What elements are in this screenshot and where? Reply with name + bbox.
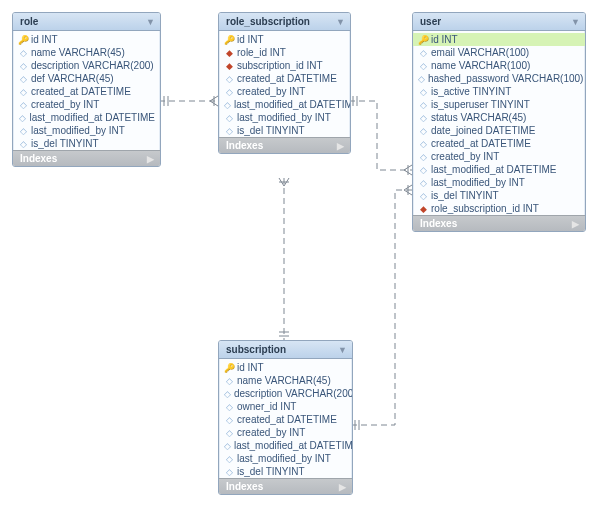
entity-role-subscription[interactable]: role_subscription ▼ 🔑id INT◆role_id INT◆… xyxy=(218,12,351,154)
collapse-icon[interactable]: ▼ xyxy=(336,17,345,27)
collapse-icon[interactable]: ▼ xyxy=(338,345,347,355)
column-row[interactable]: ◇status VARCHAR(45) xyxy=(413,111,585,124)
entity-subscription[interactable]: subscription ▼ 🔑id INT◇name VARCHAR(45)◇… xyxy=(218,340,353,495)
column-text: last_modified_at DATETIME xyxy=(431,164,556,175)
indexes-section[interactable]: Indexes ▶ xyxy=(413,215,585,231)
column-row[interactable]: ◇is_del TINYINT xyxy=(219,465,352,478)
indexes-label: Indexes xyxy=(226,140,263,151)
column-text: last_modified_by INT xyxy=(431,177,525,188)
column-row[interactable]: ◇name VARCHAR(45) xyxy=(219,374,352,387)
column-row[interactable]: ◇created_at DATETIME xyxy=(219,72,350,85)
collapse-icon[interactable]: ▼ xyxy=(571,17,580,27)
column-row[interactable]: ◆role_id INT xyxy=(219,46,350,59)
column-row[interactable]: ◇owner_id INT xyxy=(219,400,352,413)
column-row[interactable]: 🔑id INT xyxy=(13,33,160,46)
column-icon: ◇ xyxy=(224,454,234,464)
column-icon: ◇ xyxy=(224,441,231,451)
column-row[interactable]: 🔑id INT xyxy=(413,33,585,46)
foreign-key-icon: ◆ xyxy=(224,48,234,58)
column-text: is_del TINYINT xyxy=(431,190,499,201)
column-icon: ◇ xyxy=(224,113,234,123)
indexes-section[interactable]: Indexes ▶ xyxy=(219,137,350,153)
column-text: hashed_password VARCHAR(100) xyxy=(428,73,583,84)
entity-title-text: subscription xyxy=(226,344,286,355)
column-row[interactable]: ◇last_modified_by INT xyxy=(219,111,350,124)
column-row[interactable]: ◇is_superuser TINYINT xyxy=(413,98,585,111)
expand-icon[interactable]: ▶ xyxy=(572,219,579,229)
column-row[interactable]: ◇last_modified_at DATETIME xyxy=(219,98,350,111)
column-row[interactable]: ◇description VARCHAR(200) xyxy=(219,387,352,400)
primary-key-icon: 🔑 xyxy=(18,35,28,45)
column-row[interactable]: ◇last_modified_by INT xyxy=(219,452,352,465)
entity-title[interactable]: user ▼ xyxy=(413,13,585,31)
column-row[interactable]: 🔑id INT xyxy=(219,361,352,374)
column-row[interactable]: ◇is_del TINYINT xyxy=(219,124,350,137)
column-icon: ◇ xyxy=(18,139,28,149)
indexes-section[interactable]: Indexes ▶ xyxy=(13,150,160,166)
expand-icon[interactable]: ▶ xyxy=(147,154,154,164)
column-icon: ◇ xyxy=(224,415,234,425)
primary-key-icon: 🔑 xyxy=(224,363,234,373)
column-row[interactable]: ◇created_by INT xyxy=(13,98,160,111)
column-icon: ◇ xyxy=(418,139,428,149)
column-icon: ◇ xyxy=(418,113,428,123)
indexes-section[interactable]: Indexes ▶ xyxy=(219,478,352,494)
column-row[interactable]: ◇email VARCHAR(100) xyxy=(413,46,585,59)
column-icon: ◇ xyxy=(18,100,28,110)
column-row[interactable]: ◇created_at DATETIME xyxy=(13,85,160,98)
column-row[interactable]: ◇date_joined DATETIME xyxy=(413,124,585,137)
column-row[interactable]: ◇created_by INT xyxy=(219,426,352,439)
column-row[interactable]: ◇is_del TINYINT xyxy=(13,137,160,150)
column-icon: ◇ xyxy=(418,191,428,201)
column-row[interactable]: ◆subscription_id INT xyxy=(219,59,350,72)
column-row[interactable]: ◇last_modified_by INT xyxy=(413,176,585,189)
entity-role[interactable]: role ▼ 🔑id INT◇name VARCHAR(45)◇descript… xyxy=(12,12,161,167)
column-icon: ◇ xyxy=(18,48,28,58)
entity-user[interactable]: user ▼ 🔑id INT◇email VARCHAR(100)◇name V… xyxy=(412,12,586,232)
entity-title-text: role xyxy=(20,16,38,27)
column-text: status VARCHAR(45) xyxy=(431,112,526,123)
column-text: def VARCHAR(45) xyxy=(31,73,114,84)
column-row[interactable]: ◇hashed_password VARCHAR(100) xyxy=(413,72,585,85)
primary-key-icon: 🔑 xyxy=(418,35,428,45)
column-text: is_del TINYINT xyxy=(31,138,99,149)
column-icon: ◇ xyxy=(418,74,425,84)
column-text: created_at DATETIME xyxy=(31,86,131,97)
column-row[interactable]: ◇last_modified_by INT xyxy=(13,124,160,137)
column-row[interactable]: ◇created_at DATETIME xyxy=(413,137,585,150)
column-row[interactable]: ◇def VARCHAR(45) xyxy=(13,72,160,85)
column-row[interactable]: ◇last_modified_at DATETIME xyxy=(13,111,160,124)
column-row[interactable]: ◇name VARCHAR(45) xyxy=(13,46,160,59)
expand-icon[interactable]: ▶ xyxy=(339,482,346,492)
column-row[interactable]: ◇last_modified_at DATETIME xyxy=(413,163,585,176)
column-icon: ◇ xyxy=(224,100,231,110)
column-text: is_del TINYINT xyxy=(237,466,305,477)
column-text: date_joined DATETIME xyxy=(431,125,535,136)
column-row[interactable]: ◇is_active TINYINT xyxy=(413,85,585,98)
column-row[interactable]: ◇created_by INT xyxy=(413,150,585,163)
column-icon: ◇ xyxy=(418,152,428,162)
column-text: owner_id INT xyxy=(237,401,296,412)
column-row[interactable]: ◇created_by INT xyxy=(219,85,350,98)
entity-title[interactable]: role ▼ xyxy=(13,13,160,31)
column-row[interactable]: ◇name VARCHAR(100) xyxy=(413,59,585,72)
column-text: created_by INT xyxy=(237,427,305,438)
column-icon: ◇ xyxy=(224,402,234,412)
entity-title[interactable]: subscription ▼ xyxy=(219,341,352,359)
collapse-icon[interactable]: ▼ xyxy=(146,17,155,27)
column-icon: ◇ xyxy=(18,87,28,97)
column-icon: ◇ xyxy=(224,428,234,438)
column-icon: ◇ xyxy=(224,87,234,97)
column-row[interactable]: ◇created_at DATETIME xyxy=(219,413,352,426)
entity-title[interactable]: role_subscription ▼ xyxy=(219,13,350,31)
column-row[interactable]: ◆role_subscription_id INT xyxy=(413,202,585,215)
column-icon: ◇ xyxy=(18,61,28,71)
column-row[interactable]: 🔑id INT xyxy=(219,33,350,46)
column-row[interactable]: ◇last_modified_at DATETIME xyxy=(219,439,352,452)
column-text: created_by INT xyxy=(31,99,99,110)
column-list: 🔑id INT◇name VARCHAR(45)◇description VAR… xyxy=(219,359,352,478)
column-row[interactable]: ◇description VARCHAR(200) xyxy=(13,59,160,72)
column-row[interactable]: ◇is_del TINYINT xyxy=(413,189,585,202)
expand-icon[interactable]: ▶ xyxy=(337,141,344,151)
column-text: created_at DATETIME xyxy=(237,73,337,84)
